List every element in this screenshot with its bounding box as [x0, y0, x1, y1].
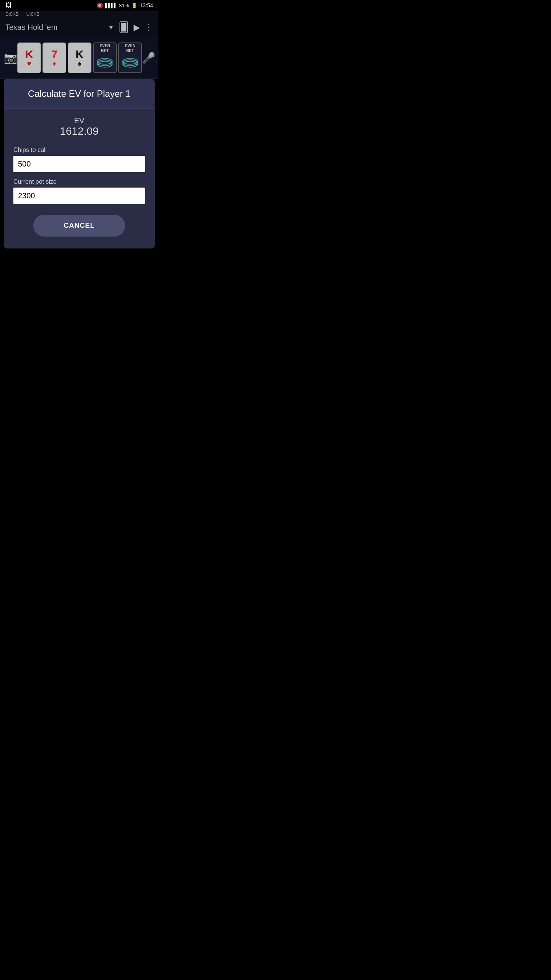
pot-size-input[interactable] [13, 188, 145, 204]
even-bet-visual-2 [119, 53, 141, 72]
ev-label: EV [13, 116, 145, 125]
svg-point-3 [123, 60, 138, 65]
battery-percent: 31% [119, 3, 129, 8]
dialog-overlay: Calculate EV for Player 1 EV 1612.09 Chi… [0, 79, 158, 260]
card-even-bet-2[interactable]: EVENBET [118, 42, 142, 73]
cancel-button[interactable]: CANCEL [33, 215, 126, 237]
card-even-bet-1[interactable]: EVENBET [93, 42, 117, 73]
cards-icon[interactable]: 🂠 [119, 21, 129, 33]
signal-icon: ▌▌▌▌ [105, 3, 117, 8]
dialog-body: EV 1612.09 Chips to call Current pot siz… [4, 109, 154, 248]
status-bar: 🖼 🔇 ▌▌▌▌ 31% 🔋 13:54 [0, 0, 158, 11]
chips-to-call-input[interactable] [13, 156, 145, 172]
card-seven-diamonds[interactable]: 7 ♦ [42, 42, 66, 73]
calculate-ev-dialog: Calculate EV for Player 1 EV 1612.09 Chi… [4, 79, 155, 248]
camera-icon[interactable]: 📷 [4, 52, 17, 64]
chips-to-call-label: Chips to call [13, 147, 145, 154]
ev-section: EV 1612.09 [13, 116, 145, 137]
dropdown-arrow-icon[interactable]: ▼ [108, 24, 114, 31]
mute-icon: 🔇 [96, 2, 103, 8]
ev-value: 1612.09 [13, 125, 145, 137]
photo-icon: 🖼 [5, 2, 11, 9]
game-title: Texas Hold 'em [5, 23, 103, 32]
cards-group: K ♥ 7 ♦ K ♠ EVENBET EVENBET [17, 42, 142, 73]
network-bar: D:0KB U:0KB [0, 11, 158, 18]
more-options-icon[interactable]: ⋮ [145, 23, 153, 33]
card-king-spades[interactable]: K ♠ [68, 42, 91, 73]
battery-icon: 🔋 [131, 3, 137, 8]
play-icon[interactable]: ▶ [134, 23, 140, 33]
download-stat: D:0KB [5, 11, 19, 17]
status-right: 🔇 ▌▌▌▌ 31% 🔋 13:54 [96, 2, 153, 8]
status-left: 🖼 [5, 2, 11, 9]
cards-area: 📷 K ♥ 7 ♦ K ♠ EVENBET EVENBET [0, 37, 158, 79]
even-bet-visual-1 [94, 53, 116, 72]
dialog-title: Calculate EV for Player 1 [28, 88, 130, 99]
toolbar: Texas Hold 'em ▼ 🂠 ▶ ⋮ [0, 18, 158, 37]
upload-stat: U:0KB [26, 11, 40, 17]
clock: 13:54 [140, 2, 153, 8]
dialog-header: Calculate EV for Player 1 [4, 79, 154, 109]
mic-icon[interactable]: 🎤 [142, 52, 155, 64]
pot-size-label: Current pot size [13, 178, 145, 185]
card-king-hearts[interactable]: K ♥ [17, 42, 41, 73]
svg-point-0 [98, 60, 112, 65]
